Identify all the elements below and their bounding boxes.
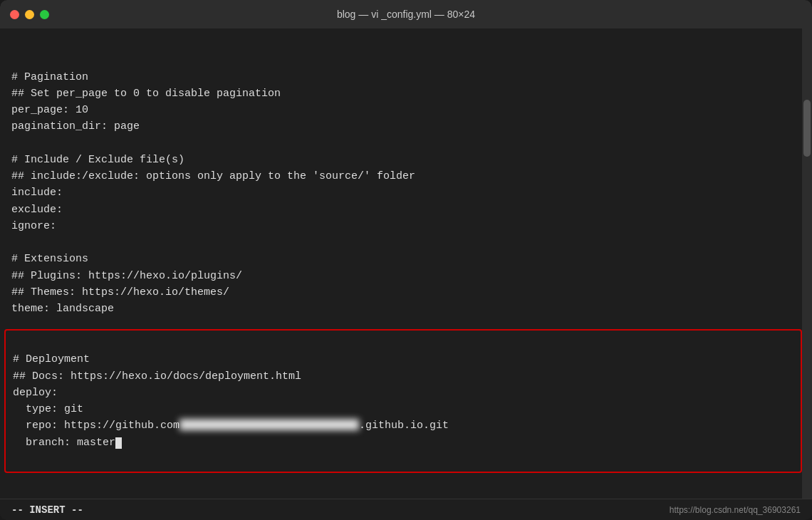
minimize-button[interactable] bbox=[25, 10, 34, 19]
titlebar: blog — vi _config.yml — 80×24 bbox=[0, 0, 812, 28]
line-plugins-comment: ## Plugins: https://hexo.io/plugins/ bbox=[11, 270, 242, 282]
status-url: https://blog.csdn.net/qq_36903261 bbox=[670, 505, 801, 515]
deployment-code: # Deployment ## Docs: https://hexo.io/do… bbox=[13, 335, 793, 467]
window-title: blog — vi _config.yml — 80×24 bbox=[337, 9, 475, 20]
deploy-branch: branch: master bbox=[13, 437, 122, 449]
line-themes-comment: ## Themes: https://hexo.io/themes/ bbox=[11, 286, 229, 298]
line-theme: theme: landscape bbox=[11, 303, 114, 315]
scrollbar[interactable] bbox=[802, 28, 812, 499]
line-pagination-dir: pagination_dir: page bbox=[11, 120, 140, 132]
deploy-type: type: git bbox=[13, 403, 83, 415]
deployment-highlight-box: # Deployment ## Docs: https://hexo.io/do… bbox=[4, 329, 802, 473]
line-include-comment: ## include:/exclude: options only apply … bbox=[11, 170, 415, 182]
line-pagination-comment: ## Set per_page to 0 to disable paginati… bbox=[11, 88, 281, 100]
line-empty2 bbox=[11, 137, 18, 150]
line-exclude: exclude: bbox=[11, 204, 63, 216]
scrollbar-thumb[interactable] bbox=[803, 100, 811, 157]
line-extensions-header: # Extensions bbox=[11, 253, 88, 265]
line-per-page: per_page: 10 bbox=[11, 104, 88, 116]
line-empty1 bbox=[11, 54, 18, 66]
maximize-button[interactable] bbox=[40, 10, 49, 19]
line-ignore: ignore: bbox=[11, 220, 56, 232]
line-pagination-header: # Pagination bbox=[11, 71, 88, 83]
statusbar: -- INSERT -- https://blog.csdn.net/qq_36… bbox=[0, 499, 812, 520]
vim-mode: -- INSERT -- bbox=[11, 504, 83, 516]
deploy-docs: ## Docs: https://hexo.io/docs/deployment… bbox=[13, 370, 301, 383]
terminal-window: blog — vi _config.yml — 80×24 # Paginati… bbox=[0, 0, 812, 520]
text-cursor bbox=[115, 437, 122, 449]
repo-blurred: ████████████████████████████ bbox=[179, 420, 359, 432]
deploy-key: deploy: bbox=[13, 387, 58, 399]
line-empty3 bbox=[11, 236, 18, 249]
line-include-header: # Include / Exclude file(s) bbox=[11, 154, 184, 166]
close-button[interactable] bbox=[10, 10, 19, 19]
editor-area[interactable]: # Pagination ## Set per_page to 0 to dis… bbox=[0, 28, 812, 499]
deploy-header: # Deployment bbox=[13, 353, 90, 365]
line-include: include: bbox=[11, 187, 63, 199]
deploy-repo: repo: https://github.com████████████████… bbox=[13, 420, 449, 432]
code-content: # Pagination ## Set per_page to 0 to dis… bbox=[11, 36, 801, 350]
traffic-lights bbox=[10, 10, 49, 19]
